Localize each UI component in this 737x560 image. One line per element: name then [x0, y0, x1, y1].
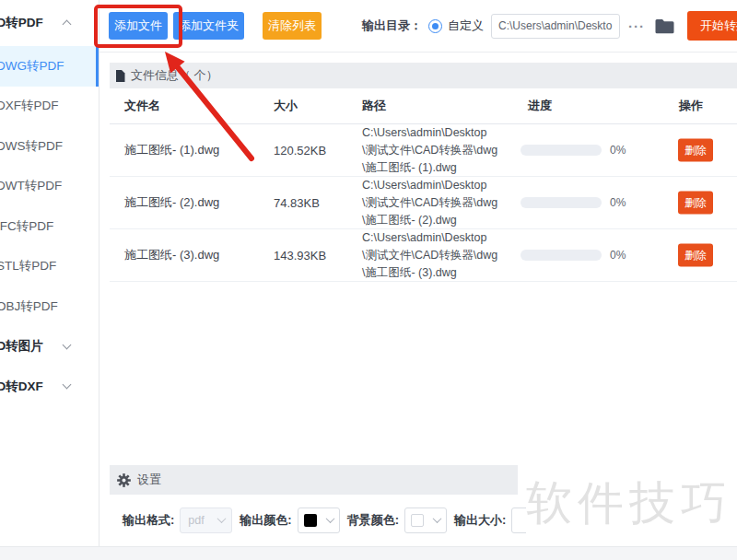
file-name: 施工图纸- (1).dwg — [124, 142, 219, 158]
sidebar-group-cad-dxf[interactable]: CAD转DXF — [0, 367, 99, 407]
table-row: 施工图纸- (1).dwg 120.52KB C:\Users\admin\De… — [110, 124, 737, 177]
file-size: 143.93KB — [274, 249, 326, 262]
chevron-down-icon — [217, 514, 227, 523]
table-row: 施工图纸- (2).dwg 74.83KB C:\Users\admin\Des… — [110, 177, 737, 229]
file-path: C:\Users\admin\Desktop \测试文件\CAD转换器\dwg … — [362, 177, 497, 229]
sidebar-item-stl-pdf[interactable]: STL转PDF — [0, 247, 99, 287]
output-format-value: pdf — [188, 514, 204, 527]
col-path: 路径 — [362, 98, 386, 114]
watermark: 软件技巧 — [526, 461, 737, 545]
progress-percent: 0% — [610, 249, 626, 262]
output-color-label: 输出颜色: — [240, 512, 291, 529]
gear-icon — [117, 473, 131, 487]
sidebar-group-cad-pdf[interactable]: CAD转PDF — [0, 0, 99, 46]
sidebar-item-label: DXF转PDF — [0, 98, 59, 114]
sidebar-item-label: OBJ转PDF — [0, 298, 58, 315]
toolbar: 添加文件 添加文件夹 清除列表 输出目录： 自定义 ··· 开始转换 — [99, 0, 737, 52]
sidebar-item-ifc-pdf[interactable]: IFC转PDF — [0, 206, 99, 247]
progress-bar — [521, 145, 602, 156]
col-progress: 进度 — [528, 98, 552, 114]
browse-more-button[interactable]: ··· — [628, 18, 645, 34]
sidebar-item-label: DWG转PDF — [0, 58, 64, 75]
clear-list-button[interactable]: 清除列表 — [263, 12, 322, 40]
sidebar-group-label: CAD转图片 — [0, 338, 43, 355]
progress-bar — [521, 197, 602, 208]
delete-button[interactable]: 删除 — [678, 139, 713, 162]
black-color-swatch — [304, 514, 317, 527]
custom-output-radio[interactable] — [428, 19, 442, 33]
sidebar-item-obj-pdf[interactable]: OBJ转PDF — [0, 286, 99, 327]
sidebar-item-label: STL转PDF — [0, 258, 56, 274]
add-file-button[interactable]: 添加文件 — [109, 12, 168, 40]
sidebar-item-dws-pdf[interactable]: DWS转PDF — [0, 126, 99, 167]
chevron-down-icon — [63, 380, 72, 390]
chevron-down-icon — [63, 340, 72, 349]
progress-percent: 0% — [610, 196, 626, 209]
table-row: 施工图纸- (3).dwg 143.93KB C:\Users\admin\De… — [110, 229, 737, 282]
sidebar-item-dwt-pdf[interactable]: DWT转PDF — [0, 167, 99, 207]
sidebar-group-cad-image[interactable]: CAD转图片 — [0, 327, 99, 368]
file-info-bar: 文件信息（ 个） — [110, 63, 737, 88]
white-color-swatch — [411, 514, 424, 527]
output-size-label: 输出大小: — [454, 512, 506, 529]
open-folder-icon[interactable] — [654, 18, 675, 34]
chevron-up-icon — [63, 20, 72, 29]
file-size: 120.52KB — [274, 144, 326, 158]
delete-button[interactable]: 删除 — [678, 244, 713, 267]
col-action: 操作 — [679, 98, 703, 114]
background-color-label: 背景颜色: — [347, 512, 399, 529]
col-filename: 文件名 — [124, 98, 160, 114]
sidebar-item-label: DWT转PDF — [0, 178, 62, 194]
output-format-label: 输出格式: — [123, 512, 174, 529]
settings-title: 设置 — [137, 472, 161, 488]
sidebar: CAD转PDF DWG转PDF DXF转PDF DWS转PDF DWT转PDF … — [0, 0, 99, 546]
sidebar-item-label: DWS转PDF — [0, 138, 63, 155]
chevron-down-icon — [433, 514, 442, 523]
sidebar-group-label: CAD转PDF — [0, 15, 43, 31]
sidebar-item-dxf-pdf[interactable]: DXF转PDF — [0, 87, 99, 127]
custom-output-radio-label: 自定义 — [448, 18, 484, 34]
delete-button[interactable]: 删除 — [678, 192, 713, 215]
progress-bar — [521, 250, 602, 261]
file-size: 74.83KB — [274, 196, 320, 210]
sidebar-group-label: CAD转DXF — [0, 379, 43, 395]
sidebar-item-dwg-pdf[interactable]: DWG转PDF — [0, 46, 99, 87]
document-icon — [115, 70, 125, 82]
add-folder-button[interactable]: 添加文件夹 — [173, 12, 244, 40]
bottom-bar — [0, 546, 737, 560]
output-path-input[interactable] — [491, 14, 620, 39]
output-dir-label: 输出目录： — [362, 18, 422, 34]
file-info-title: 文件信息（ 个） — [131, 67, 218, 84]
file-path: C:\Users\admin\Desktop \测试文件\CAD转换器\dwg … — [362, 229, 497, 282]
table-header: 文件名 大小 路径 进度 操作 — [110, 88, 737, 124]
background-color-select[interactable] — [404, 508, 447, 533]
settings-header: 设置 — [110, 465, 518, 495]
col-size: 大小 — [274, 98, 298, 114]
progress-percent: 0% — [610, 144, 626, 157]
file-path: C:\Users\admin\Desktop \测试文件\CAD转换器\dwg … — [362, 124, 497, 177]
output-color-select[interactable] — [298, 508, 340, 533]
sidebar-item-label: IFC转PDF — [0, 218, 53, 235]
start-convert-button[interactable]: 开始转换 — [687, 11, 737, 41]
output-format-select: pdf — [180, 508, 232, 533]
file-name: 施工图纸- (3).dwg — [124, 247, 219, 263]
file-name: 施工图纸- (2).dwg — [124, 194, 219, 211]
chevron-down-icon — [325, 514, 334, 523]
